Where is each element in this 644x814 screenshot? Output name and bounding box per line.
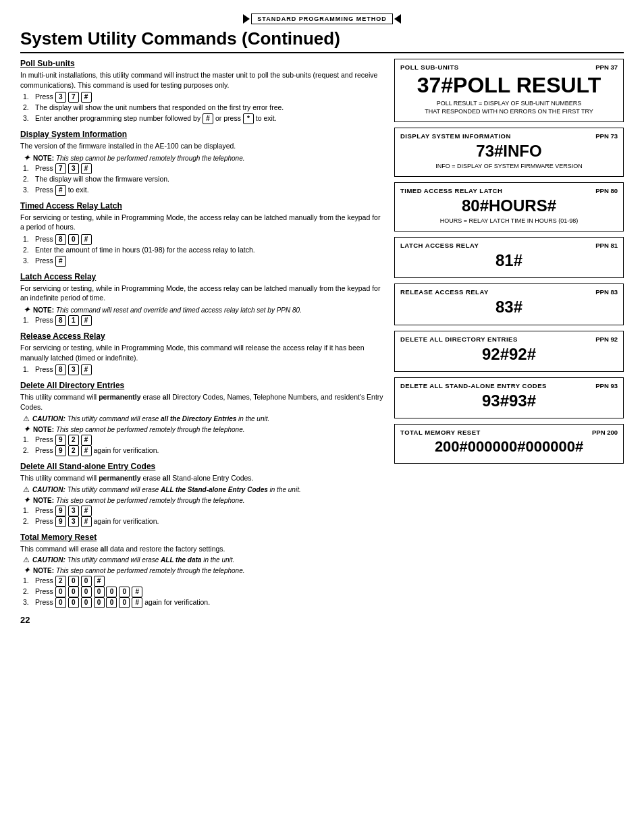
- ppn-box-37-header: POLL SUB-UNITS PPN 37: [400, 63, 618, 71]
- page-number: 22: [20, 615, 386, 625]
- ppn-81-display: 81#: [400, 252, 618, 269]
- key-hash: #: [132, 597, 142, 608]
- step-item: 3.Enter another programming step number …: [23, 113, 386, 124]
- ppn-37-title: POLL SUB-UNITS: [400, 63, 459, 71]
- key-star: *: [243, 113, 254, 124]
- delete-standalone-caution: ⚠CAUTION: This utility command will eras…: [23, 485, 386, 494]
- key-7: 7: [68, 92, 79, 103]
- main-layout: Poll Sub-units In multi-unit installatio…: [20, 59, 624, 625]
- step-item: 1.Press 8 3 #: [23, 364, 386, 375]
- ppn-93-display: 93#93#: [400, 392, 618, 410]
- delete-directory-note: ✦NOTE: This step cannot be performed rem…: [23, 425, 386, 433]
- release-access-relay-body: For servicing or testing, while in Progr…: [20, 343, 386, 362]
- key-0: 0: [119, 587, 130, 597]
- ppn-73-display: 73#INFO: [400, 142, 618, 160]
- arrow-left-icon: [394, 14, 401, 24]
- ppn-73-subtitle: INFO = DISPLAY OF SYSTEM FIRMWARE VERSIO…: [400, 163, 618, 171]
- section-heading-total-memory-reset: Total Memory Reset: [20, 533, 386, 542]
- ppn-box-80-header: TIMED ACCESS RELAY LATCH PPN 80: [400, 187, 618, 194]
- delete-directory-steps: 1.Press 9 2 # 2.Press 9 2 # again for ve…: [23, 435, 386, 456]
- step-item: 2.Press 9 3 # again for verification.: [23, 516, 386, 527]
- poll-sub-units-steps: 1.Press 3 7 # 2.The display will show th…: [23, 92, 386, 124]
- step-item: 1.Press 7 3 #: [23, 163, 386, 174]
- ppn-73-title: DISPLAY SYSTEM INFORMATION: [400, 132, 511, 140]
- ppn-box-92-header: DELETE ALL DIRECTORY ENTRIES PPN 92: [400, 335, 618, 343]
- key-9: 9: [55, 516, 66, 527]
- step-item: 2.Enter the amount of time in hours (01-…: [23, 245, 386, 256]
- ppn-93-number: PPN 93: [595, 382, 618, 389]
- ppn-box-200: TOTAL MEMORY RESET PPN 200 200#000000#00…: [394, 424, 624, 464]
- key-hash: #: [81, 435, 92, 445]
- step-item: 2.The display will show the firmware ver…: [23, 174, 386, 185]
- ppn-83-number: PPN 83: [595, 288, 618, 296]
- key-0: 0: [68, 587, 79, 597]
- key-0: 0: [68, 597, 79, 608]
- ppn-200-title: TOTAL MEMORY RESET: [400, 429, 481, 436]
- key-0: 0: [106, 597, 117, 608]
- key-3: 3: [68, 506, 79, 516]
- total-memory-reset-note: ✦NOTE: This step cannot be performed rem…: [23, 566, 386, 574]
- key-3: 3: [68, 163, 79, 174]
- display-system-info-body: The version of the firmware installed in…: [20, 141, 386, 151]
- ppn-73-number: PPN 73: [595, 132, 618, 140]
- step-item: 1.Press 8 1 #: [23, 315, 386, 326]
- ppn-80-subtitle: HOURS = RELAY LATCH TIME IN HOURS (01-98…: [400, 217, 618, 225]
- key-3: 3: [55, 92, 66, 103]
- key-0: 0: [94, 597, 105, 608]
- step-item: 2.The display will show the unit numbers…: [23, 103, 386, 113]
- key-3: 3: [68, 516, 79, 527]
- key-0: 0: [94, 587, 105, 597]
- display-system-info-note: ✦NOTE: This step cannot be performed rem…: [23, 153, 386, 162]
- key-8: 8: [55, 315, 66, 326]
- delete-standalone-steps: 1.Press 9 3 # 2.Press 9 3 # again for ve…: [23, 506, 386, 527]
- total-memory-reset-caution: ⚠CAUTION: This utility command will eras…: [23, 555, 386, 564]
- ppn-box-73: DISPLAY SYSTEM INFORMATION PPN 73 73#INF…: [394, 128, 624, 177]
- key-0: 0: [119, 597, 130, 608]
- ppn-box-93: DELETE ALL STAND-ALONE ENTRY CODES PPN 9…: [394, 377, 624, 418]
- key-2: 2: [55, 576, 66, 587]
- ppn-92-title: DELETE ALL DIRECTORY ENTRIES: [400, 335, 518, 343]
- section-heading-timed-access-relay: Timed Access Relay Latch: [20, 201, 386, 211]
- key-7: 7: [55, 163, 66, 174]
- step-item: 3.Press #: [23, 256, 386, 267]
- key-3: 3: [68, 364, 79, 375]
- step-item: 1.Press 9 2 #: [23, 435, 386, 445]
- timed-access-relay-body: For servicing or testing, while in Progr…: [20, 213, 386, 232]
- delete-directory-body: This utility command will permanently er…: [20, 392, 386, 412]
- ppn-92-number: PPN 92: [595, 335, 618, 343]
- key-9: 9: [55, 435, 66, 445]
- key-0: 0: [68, 576, 79, 587]
- ppn-box-81: LATCH ACCESS RELAY PPN 81 81#: [394, 237, 624, 278]
- key-hash: #: [81, 516, 92, 527]
- ppn-80-number: PPN 80: [595, 187, 618, 194]
- key-hash: #: [81, 163, 92, 174]
- left-column: Poll Sub-units In multi-unit installatio…: [20, 59, 386, 625]
- section-heading-latch-access-relay: Latch Access Relay: [20, 272, 386, 281]
- page-header: Standard Programming Method: [20, 13, 624, 24]
- ppn-80-title: TIMED ACCESS RELAY LATCH: [400, 187, 502, 194]
- step-item: 1.Press 8 0 #: [23, 234, 386, 245]
- ppn-box-93-header: DELETE ALL STAND-ALONE ENTRY CODES PPN 9…: [400, 382, 618, 389]
- section-heading-delete-standalone: Delete All Stand-alone Entry Codes: [20, 462, 386, 471]
- key-hash: #: [81, 315, 92, 326]
- key-hash: #: [94, 576, 105, 587]
- ppn-box-92: DELETE ALL DIRECTORY ENTRIES PPN 92 92#9…: [394, 331, 624, 372]
- ppn-box-83-header: RELEASE ACCESS RELAY PPN 83: [400, 288, 618, 296]
- key-hash: #: [55, 185, 66, 196]
- ppn-200-number: PPN 200: [592, 429, 618, 436]
- timed-access-relay-steps: 1.Press 8 0 # 2.Enter the amount of time…: [23, 234, 386, 267]
- right-column: POLL SUB-UNITS PPN 37 37#POLL RESULT POL…: [394, 59, 624, 625]
- ppn-200-display: 200#000000#000000#: [400, 439, 618, 455]
- key-0: 0: [55, 597, 66, 608]
- key-0: 0: [55, 587, 66, 597]
- step-item: 3.Press # to exit.: [23, 185, 386, 196]
- page-title: System Utility Commands (Continued): [20, 28, 624, 53]
- key-0: 0: [81, 587, 92, 597]
- delete-standalone-note: ✦NOTE: This step cannot be performed rem…: [23, 495, 386, 504]
- key-8: 8: [55, 234, 66, 245]
- poll-sub-units-body: In multi-unit installations, this utilit…: [20, 70, 386, 90]
- ppn-37-display: 37#POLL RESULT: [400, 74, 618, 97]
- step-item: 3.Press 0 0 0 0 0 0 # again for verifica…: [23, 597, 386, 608]
- key-hash: #: [81, 234, 92, 245]
- ppn-box-200-header: TOTAL MEMORY RESET PPN 200: [400, 429, 618, 436]
